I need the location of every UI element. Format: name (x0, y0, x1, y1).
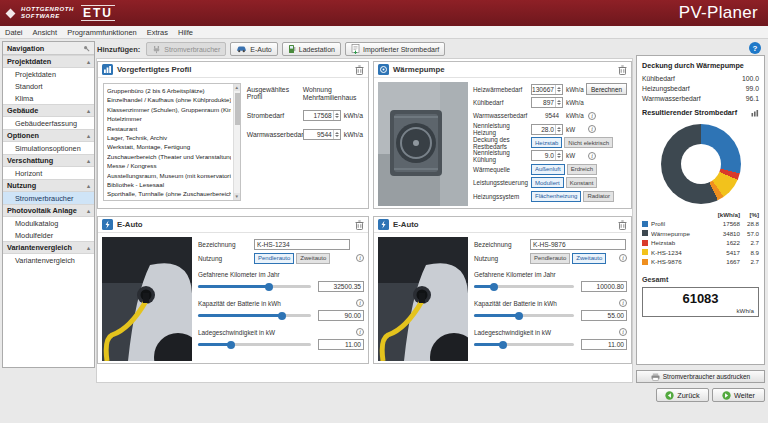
nennleistung-kuehlung-input[interactable]: 9.0 (531, 150, 563, 161)
info-icon[interactable]: i (619, 328, 627, 336)
ladegeschwindigkeit-slider[interactable] (474, 340, 574, 349)
slider-handle[interactable] (278, 312, 286, 320)
sidebar-item-gebaeudeerfassung[interactable]: Gebäudeerfassung (3, 117, 94, 129)
profile-list-item[interactable]: Werkstatt, Montage, Fertigung (107, 142, 231, 151)
menu-hilfe[interactable]: Hilfe (178, 28, 193, 37)
profile-list-item[interactable]: Bibliothek - Lesesaal (107, 180, 231, 189)
spinner-buttons[interactable] (555, 98, 562, 107)
info-icon[interactable]: i (356, 328, 364, 336)
sidebar-item-modulkatalog[interactable]: Modulkatalog (3, 217, 94, 229)
toggle-heizstab[interactable]: Heizstab (531, 137, 562, 148)
scroll-down-icon[interactable]: ▼ (234, 193, 240, 200)
zurueck-button[interactable]: Zurück (656, 388, 709, 402)
sidebar-item-klima[interactable]: Klima (3, 92, 94, 104)
slider-handle[interactable] (499, 341, 507, 349)
sidebar-item-simulationsoptionen[interactable]: Simulationsoptionen (3, 142, 94, 154)
profile-listbox[interactable]: Gruppenbüro (2 bis 6 Arbeitsplätze) Einz… (103, 83, 241, 201)
slider-handle[interactable] (265, 283, 273, 291)
nav-section-optionen[interactable]: Optionen▴ (3, 129, 94, 142)
batterie-slider[interactable] (474, 311, 574, 320)
info-icon[interactable]: i (619, 299, 627, 307)
add-import-strombedarf-button[interactable]: Importierter Strombedarf (345, 42, 445, 56)
info-icon[interactable]: i (356, 254, 364, 262)
profile-list-item[interactable]: Klassenzimmer (Schulen), Gruppenraum (Ki… (107, 105, 231, 114)
toggle-nicht-elektrisch[interactable]: Nicht elektrisch (564, 137, 613, 148)
sidebar-item-variantenvergleich[interactable]: Variantenvergleich (3, 254, 94, 266)
spinner-buttons[interactable] (555, 125, 562, 134)
trash-icon[interactable] (618, 220, 627, 230)
berechnen-button[interactable]: Berechnen (586, 83, 627, 95)
bezeichnung-input[interactable]: K-HS-9876 (530, 239, 626, 250)
help-button[interactable]: ? (749, 42, 761, 54)
ladegeschwindigkeit-value-input[interactable]: 11.00 (581, 339, 627, 350)
print-stromverbraucher-button[interactable]: Stromverbraucher ausdrucken (636, 370, 765, 383)
info-icon[interactable]: i (588, 112, 596, 120)
toggle-erdreich[interactable]: Erdreich (567, 164, 597, 175)
batterie-slider[interactable] (198, 311, 311, 320)
sidebar-item-projektdaten[interactable]: Projektdaten (3, 68, 94, 80)
toggle-zweitauto[interactable]: Zweitauto (296, 253, 330, 264)
trash-icon[interactable] (355, 220, 364, 230)
nav-section-verschattung[interactable]: Verschattung▴ (3, 154, 94, 167)
menu-ansicht[interactable]: Ansicht (33, 28, 58, 37)
spinner-buttons[interactable] (555, 85, 562, 94)
menu-datei[interactable]: Datei (5, 28, 23, 37)
profile-list-item[interactable]: Zuschauerbereich (Theater und Veranstalt… (107, 152, 231, 161)
profile-list-item[interactable]: Einzelhandel / Kaufhaus (ohne Kühlproduk… (107, 95, 231, 104)
profile-list-item[interactable]: Hotelzimmer (107, 114, 231, 123)
info-icon[interactable]: i (588, 152, 596, 160)
toggle-konstant[interactable]: Konstant (566, 177, 598, 188)
spinner-buttons[interactable] (333, 130, 340, 139)
profile-list-item[interactable]: Ausstellungsraum, Museum (mit konservato… (107, 171, 231, 180)
kilometer-slider[interactable] (198, 282, 311, 291)
menu-programmfunktionen[interactable]: Programmfunktionen (67, 28, 137, 37)
warmwasserbedarf-input[interactable]: 9544 (303, 129, 341, 140)
slider-handle[interactable] (515, 312, 523, 320)
spinner-buttons[interactable] (555, 151, 562, 160)
toggle-pendlerauto[interactable]: Pendlerauto (254, 253, 294, 264)
kilometer-value-input[interactable]: 10000.80 (581, 281, 627, 292)
nav-section-photovoltaik-anlage[interactable]: Photovoltaik Anlage▴ (3, 204, 94, 217)
profile-list-item[interactable]: Gruppenbüro (2 bis 6 Arbeitsplätze) (107, 86, 231, 95)
nennleistung-heizung-input[interactable]: 28.0 (531, 124, 563, 135)
toggle-moduliert[interactable]: Moduliert (531, 177, 564, 188)
menu-extras[interactable]: Extras (147, 28, 168, 37)
nav-section-variantenvergleich[interactable]: Variantenvergleich▴ (3, 241, 94, 254)
trash-icon[interactable] (618, 65, 627, 75)
kilometer-slider[interactable] (474, 282, 574, 291)
nav-section-gebaeude[interactable]: Gebäude▴ (3, 104, 94, 117)
batterie-value-input[interactable]: 55.00 (581, 310, 627, 321)
info-icon[interactable]: i (356, 299, 364, 307)
toggle-flaechenheizung[interactable]: Flächenheizung (531, 191, 581, 202)
toggle-radiator[interactable]: Radiator (583, 191, 614, 202)
scrollbar-thumb[interactable] (235, 93, 240, 125)
slider-handle[interactable] (490, 283, 498, 291)
kilometer-value-input[interactable]: 32500.35 (318, 281, 364, 292)
info-icon[interactable]: i (588, 125, 596, 133)
pin-icon[interactable] (83, 45, 90, 52)
info-icon[interactable]: i (619, 254, 627, 262)
ladegeschwindigkeit-value-input[interactable]: 11.00 (318, 339, 364, 350)
nav-section-nutzung[interactable]: Nutzung▴ (3, 179, 94, 192)
sidebar-item-stromverbraucher[interactable]: Stromverbraucher (3, 192, 94, 204)
add-stromverbraucher-button[interactable]: Stromverbraucher (146, 42, 226, 56)
profile-list-item[interactable]: Restaurant (107, 124, 231, 133)
slider-handle[interactable] (227, 341, 235, 349)
heizwaermebedarf-input[interactable]: 130667 (531, 84, 563, 95)
profile-list-item[interactable]: Sporthalle, Turnhalle (ohne Zuschauerber… (107, 189, 231, 198)
weiter-button[interactable]: Weiter (712, 388, 765, 402)
kuehlbedarf-input[interactable]: 897 (531, 97, 563, 108)
toggle-pendlerauto[interactable]: Pendlerauto (530, 253, 570, 264)
spinner-buttons[interactable] (333, 111, 340, 120)
sidebar-item-horizont[interactable]: Horizont (3, 167, 94, 179)
add-ladestation-button[interactable]: Ladestation (282, 42, 341, 56)
profile-list-item[interactable]: Lager, Technik, Archiv (107, 133, 231, 142)
ladegeschwindigkeit-slider[interactable] (198, 340, 311, 349)
toggle-zweitauto[interactable]: Zweitauto (572, 253, 606, 264)
strombedarf-input[interactable]: 17568 (303, 110, 341, 121)
add-eauto-button[interactable]: E-Auto (230, 42, 277, 56)
batterie-value-input[interactable]: 90.00 (318, 310, 364, 321)
sidebar-item-modulfelder[interactable]: Modulfelder (3, 229, 94, 241)
profile-list-scrollbar[interactable]: ▲ ▼ (233, 84, 240, 200)
scroll-up-icon[interactable]: ▲ (234, 84, 240, 91)
